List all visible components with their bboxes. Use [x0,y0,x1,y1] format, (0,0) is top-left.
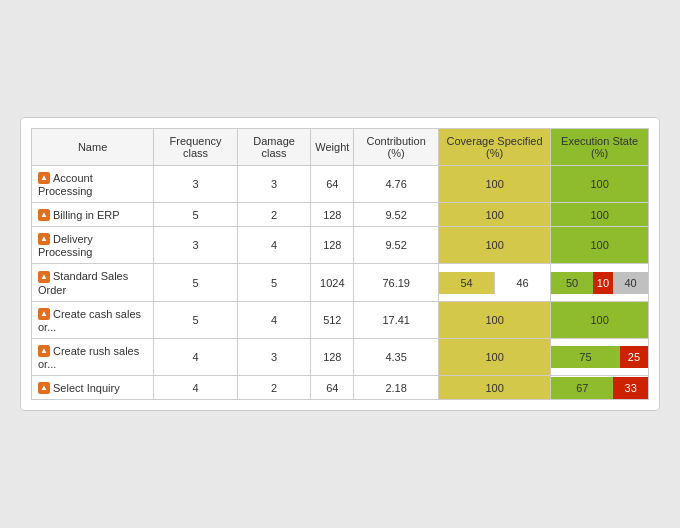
table-row: ▲Account Processing33644.76100100 [32,165,649,202]
row-execution: 501040 [551,264,649,301]
table-row: ▲Select Inquiry42642.181006733 [32,375,649,399]
row-execution: 6733 [551,375,649,399]
row-name: ▲Delivery Processing [32,227,154,264]
row-name: ▲Select Inquiry [32,375,154,399]
row-damage: 3 [237,165,310,202]
row-weight: 64 [311,165,354,202]
row-frequency: 4 [154,375,238,399]
row-icon: ▲ [38,382,50,394]
row-coverage: 100 [438,301,550,338]
table-row: ▲Standard Sales Order55102476.1954465010… [32,264,649,301]
row-contribution: 17.41 [354,301,439,338]
row-icon: ▲ [38,233,50,245]
row-coverage: 5446 [438,264,550,301]
row-name: ▲Billing in ERP [32,203,154,227]
header-weight: Weight [311,128,354,165]
row-icon: ▲ [38,345,50,357]
exec-gray: 40 [613,272,648,294]
row-name: ▲Create rush sales or... [32,338,154,375]
table-row: ▲Billing in ERP521289.52100100 [32,203,649,227]
row-execution: 100 [551,165,649,202]
row-name: ▲Create cash sales or... [32,301,154,338]
row-execution: 100 [551,301,649,338]
row-contribution: 4.35 [354,338,439,375]
coverage-yellow: 54 [439,272,494,294]
row-frequency: 5 [154,301,238,338]
row-icon: ▲ [38,209,50,221]
row-contribution: 4.76 [354,165,439,202]
main-table-container: Name Frequency class Damage class Weight… [20,117,660,411]
row-execution: 100 [551,227,649,264]
row-weight: 128 [311,203,354,227]
header-damage: Damage class [237,128,310,165]
row-damage: 3 [237,338,310,375]
row-coverage: 100 [438,338,550,375]
exec-green: 75 [551,346,620,368]
row-weight: 128 [311,227,354,264]
row-coverage: 100 [438,375,550,399]
exec-red: 10 [593,272,613,294]
row-weight: 1024 [311,264,354,301]
row-name: ▲Standard Sales Order [32,264,154,301]
row-frequency: 5 [154,264,238,301]
header-frequency: Frequency class [154,128,238,165]
data-table: Name Frequency class Damage class Weight… [31,128,649,400]
row-contribution: 9.52 [354,203,439,227]
coverage-white: 46 [494,272,550,294]
row-damage: 5 [237,264,310,301]
row-weight: 64 [311,375,354,399]
exec-green: 50 [551,272,593,294]
table-row: ▲Create rush sales or...431284.351007525 [32,338,649,375]
header-name: Name [32,128,154,165]
row-frequency: 5 [154,203,238,227]
table-row: ▲Delivery Processing341289.52100100 [32,227,649,264]
row-damage: 2 [237,203,310,227]
row-icon: ▲ [38,172,50,184]
row-coverage: 100 [438,165,550,202]
header-coverage: Coverage Specified (%) [438,128,550,165]
table-row: ▲Create cash sales or...5451217.41100100 [32,301,649,338]
row-frequency: 3 [154,165,238,202]
row-damage: 4 [237,301,310,338]
header-execution: Execution State (%) [551,128,649,165]
row-damage: 4 [237,227,310,264]
row-weight: 512 [311,301,354,338]
exec-red: 33 [613,377,648,399]
exec-red: 25 [620,346,648,368]
row-icon: ▲ [38,271,50,283]
row-execution: 7525 [551,338,649,375]
row-frequency: 3 [154,227,238,264]
row-contribution: 76.19 [354,264,439,301]
row-icon: ▲ [38,308,50,320]
row-frequency: 4 [154,338,238,375]
row-contribution: 2.18 [354,375,439,399]
header-contribution: Contribution (%) [354,128,439,165]
row-damage: 2 [237,375,310,399]
row-execution: 100 [551,203,649,227]
row-name: ▲Account Processing [32,165,154,202]
row-coverage: 100 [438,203,550,227]
row-weight: 128 [311,338,354,375]
exec-green: 67 [551,377,613,399]
row-contribution: 9.52 [354,227,439,264]
row-coverage: 100 [438,227,550,264]
